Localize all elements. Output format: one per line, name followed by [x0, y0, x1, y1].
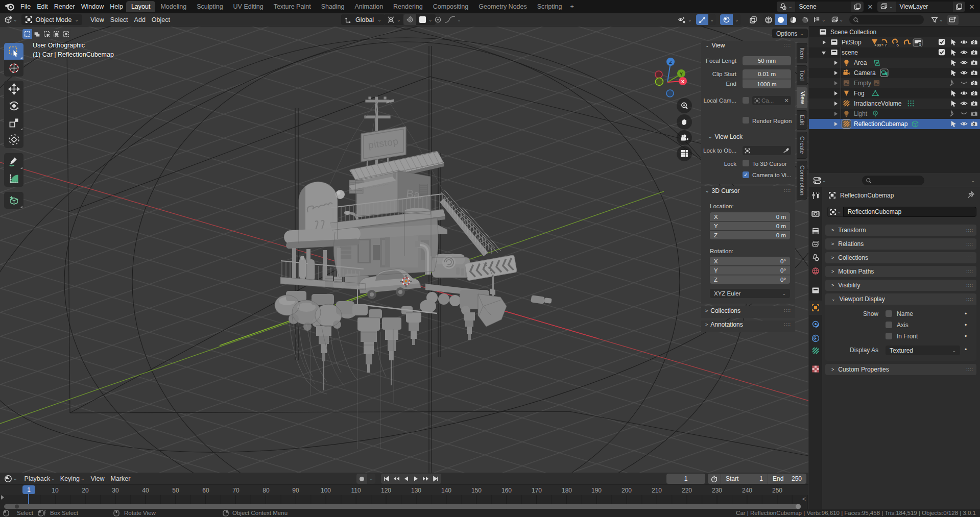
svg-text:190: 190: [591, 487, 602, 494]
svg-text:130: 130: [411, 487, 421, 494]
svg-text:6: 6: [897, 43, 899, 47]
svg-text:220: 220: [682, 487, 692, 494]
svg-text:200: 200: [622, 487, 632, 494]
svg-text:<: <: [802, 496, 806, 503]
svg-text:210: 210: [652, 487, 662, 494]
svg-text:180: 180: [562, 487, 572, 494]
svg-text:110: 110: [351, 487, 361, 494]
svg-text:120: 120: [381, 487, 391, 494]
svg-text:90: 90: [292, 487, 299, 494]
svg-text:50: 50: [172, 487, 179, 494]
svg-text:Y: Y: [680, 71, 683, 77]
svg-text:+99: +99: [874, 43, 881, 47]
svg-text:Z: Z: [669, 59, 672, 65]
svg-text:20: 20: [82, 487, 89, 494]
svg-text:100: 100: [321, 487, 331, 494]
svg-text:170: 170: [532, 487, 542, 494]
svg-text:7: 7: [885, 43, 887, 47]
svg-text:40: 40: [142, 487, 149, 494]
svg-text:X: X: [681, 79, 685, 84]
svg-text:240: 240: [742, 487, 752, 494]
svg-text:80: 80: [262, 487, 270, 494]
svg-text:140: 140: [441, 487, 451, 494]
svg-text:70: 70: [232, 487, 240, 494]
svg-text:250: 250: [772, 487, 782, 494]
svg-text:5: 5: [919, 42, 922, 47]
svg-text:10: 10: [52, 487, 59, 494]
svg-text:30: 30: [112, 487, 119, 494]
svg-text:1: 1: [27, 486, 31, 494]
svg-text:150: 150: [471, 487, 482, 494]
svg-text:60: 60: [202, 487, 209, 494]
svg-text:160: 160: [501, 487, 512, 494]
svg-text:230: 230: [712, 487, 722, 494]
